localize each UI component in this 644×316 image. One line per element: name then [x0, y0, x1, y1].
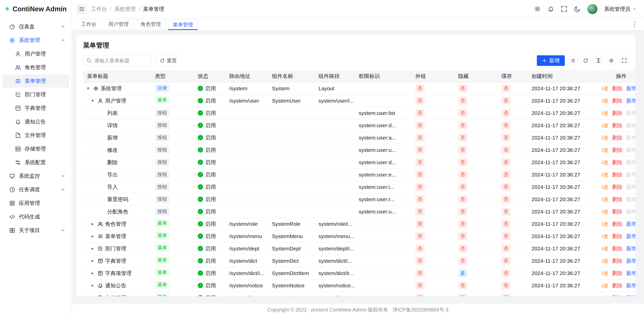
row-height-button[interactable]	[594, 56, 603, 65]
add-button[interactable]: 新增	[537, 55, 565, 66]
search-box[interactable]	[83, 55, 151, 66]
modify-link[interactable]: 修改	[602, 110, 609, 117]
delete-link[interactable]: 删除	[612, 294, 623, 296]
sidebar-item-task-schedule[interactable]: 任务调度	[3, 183, 69, 196]
sidebar-item-app-mgmt[interactable]: 应用管理	[3, 197, 69, 210]
sidebar-item-about[interactable]: 关于项目	[3, 224, 69, 237]
sidebar-item-file-mgmt[interactable]: 文件管理	[3, 129, 69, 142]
modify-link[interactable]: 修改	[602, 208, 609, 215]
breadcrumb-item[interactable]: 系统管理	[114, 6, 136, 13]
density-button[interactable]	[568, 56, 578, 65]
expand-row-icon[interactable]: ▸	[92, 234, 98, 239]
cell-hidden: 否	[454, 181, 497, 193]
expand-row-icon[interactable]: ▸	[92, 295, 98, 296]
tab-more-icon[interactable]: ⋮	[630, 20, 639, 28]
delete-link[interactable]: 删除	[612, 110, 623, 117]
collapse-row-icon[interactable]: ▾	[92, 98, 98, 103]
delete-link[interactable]: 删除	[612, 220, 623, 228]
modify-link[interactable]: 修改	[602, 122, 609, 129]
modify-link[interactable]: 修改	[602, 294, 609, 296]
sidebar-item-user-mgmt[interactable]: 用户管理	[3, 47, 69, 60]
sidebar-item-dept-mgmt[interactable]: 部门管理	[3, 88, 69, 101]
modify-link[interactable]: 修改	[602, 184, 609, 191]
add-link[interactable]: 新增	[626, 220, 635, 228]
modify-link[interactable]: 修改	[602, 159, 609, 166]
cell-menu-title: 列表	[83, 107, 151, 119]
delete-link[interactable]: 删除	[612, 184, 623, 191]
add-link[interactable]: 新增	[626, 270, 635, 277]
add-link[interactable]: 新增	[626, 282, 635, 289]
expand-row-icon[interactable]: ▸	[92, 283, 98, 288]
search-input[interactable]	[94, 58, 148, 64]
modify-link[interactable]: 修改	[602, 245, 609, 252]
delete-link[interactable]: 删除	[612, 159, 623, 166]
delete-link[interactable]: 删除	[612, 147, 623, 154]
delete-link[interactable]: 删除	[612, 171, 623, 178]
topbar-actions: 系统管理员	[534, 4, 636, 14]
modify-link[interactable]: 修改	[602, 134, 609, 141]
menu-title-text: 导入	[107, 184, 118, 191]
avatar[interactable]	[587, 4, 597, 14]
sidebar-item-menu-mgmt[interactable]: 菜单管理	[3, 74, 69, 87]
user-menu[interactable]: 系统管理员	[604, 6, 636, 13]
sidebar-item-storage-mgmt[interactable]: 存储管理	[3, 142, 69, 155]
notifications-icon[interactable]	[547, 6, 554, 12]
modify-link[interactable]: 修改	[602, 257, 609, 264]
sidebar-item-role-mgmt[interactable]: 角色管理	[3, 61, 69, 74]
tab-workbench[interactable]: 工作台	[76, 19, 101, 29]
modify-link[interactable]: 修改	[602, 282, 609, 289]
collapse-row-icon[interactable]: ▾	[87, 86, 93, 91]
expand-row-icon[interactable]: ▸	[92, 221, 98, 227]
delete-link[interactable]: 删除	[612, 196, 623, 203]
modify-link[interactable]: 修改	[602, 147, 609, 154]
delete-link[interactable]: 删除	[612, 208, 623, 215]
table-fullscreen-button[interactable]	[619, 56, 629, 65]
add-link[interactable]: 新增	[626, 97, 635, 104]
delete-link[interactable]: 删除	[612, 270, 623, 277]
expand-row-icon[interactable]: ▸	[92, 270, 98, 276]
fullscreen-icon[interactable]	[561, 6, 568, 12]
modify-link[interactable]: 修改	[602, 196, 609, 203]
delete-link[interactable]: 删除	[612, 257, 623, 264]
sidebar-item-code-gen[interactable]: 代码生成	[3, 210, 69, 223]
add-link[interactable]: 新增	[626, 294, 635, 296]
modify-link[interactable]: 修改	[602, 85, 609, 92]
modify-link[interactable]: 修改	[602, 97, 609, 104]
add-link[interactable]: 新增	[626, 85, 635, 92]
sidebar-item-dashboard[interactable]: 仪表盘	[3, 20, 69, 33]
breadcrumb-item[interactable]: 工作台	[91, 6, 107, 13]
sidebar-item-dict-mgmt[interactable]: 字典管理	[3, 102, 69, 115]
add-link[interactable]: 新增	[626, 245, 635, 252]
sidebar-item-system-monitor[interactable]: 系统监控	[3, 169, 69, 183]
column-settings-button[interactable]	[607, 56, 616, 65]
delete-link[interactable]: 删除	[612, 282, 623, 289]
modify-link[interactable]: 修改	[602, 233, 609, 240]
sidebar-collapse-button[interactable]	[76, 4, 87, 14]
delete-link[interactable]: 删除	[612, 122, 623, 129]
modify-link[interactable]: 修改	[602, 220, 609, 228]
tab-role-mgmt[interactable]: 角色管理	[136, 19, 166, 29]
dark-mode-icon[interactable]	[574, 6, 581, 12]
tab-user-mgmt[interactable]: 用户管理	[104, 19, 133, 29]
sidebar-item-system-mgmt[interactable]: 系统管理	[3, 34, 69, 47]
tab-menu-mgmt[interactable]: 菜单管理	[168, 19, 198, 30]
modify-link[interactable]: 修改	[602, 270, 609, 277]
add-link[interactable]: 新增	[626, 233, 635, 240]
reset-button[interactable]: 重置	[155, 55, 182, 66]
sidebar-item-system-config[interactable]: 系统配置	[3, 156, 69, 169]
cell-component-path	[314, 168, 355, 181]
delete-link[interactable]: 删除	[612, 85, 623, 92]
delete-link[interactable]: 删除	[612, 134, 623, 141]
expand-row-icon[interactable]: ▸	[92, 246, 98, 251]
settings-icon[interactable]	[534, 6, 541, 12]
expand-row-icon[interactable]: ▸	[92, 258, 98, 263]
app-logo[interactable]: ContiNew Admin	[0, 0, 72, 18]
add-link[interactable]: 新增	[626, 257, 635, 264]
sidebar-item-notice[interactable]: 通知公告	[3, 115, 69, 128]
delete-link[interactable]: 删除	[612, 97, 623, 104]
delete-link[interactable]: 删除	[612, 233, 623, 240]
delete-link[interactable]: 删除	[612, 245, 623, 252]
refresh-table-button[interactable]	[581, 56, 590, 65]
cell-component-path	[314, 131, 355, 144]
modify-link[interactable]: 修改	[602, 171, 609, 178]
